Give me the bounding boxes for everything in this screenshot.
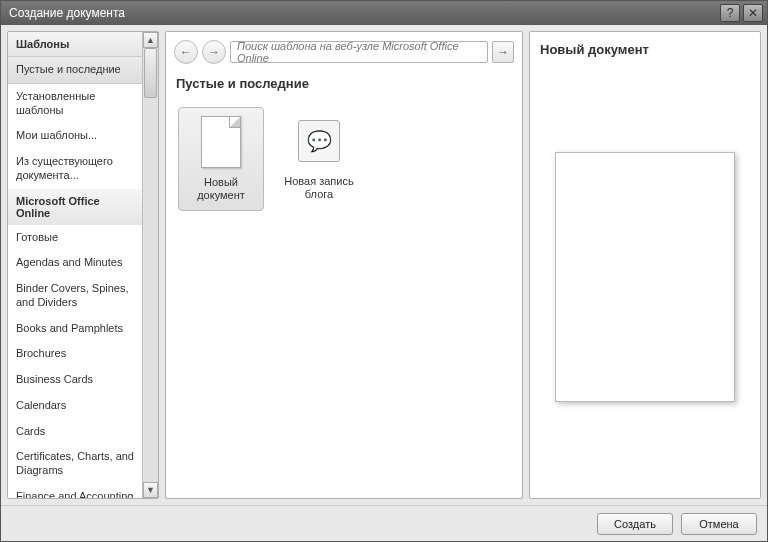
scroll-up-icon[interactable]: ▲ [143, 32, 158, 48]
create-button[interactable]: Создать [597, 513, 673, 535]
arrow-left-icon: ← [180, 45, 192, 59]
dialog-body: Шаблоны Пустые и последние Установленные… [1, 25, 767, 505]
sidebar-item[interactable]: Calendars [8, 393, 142, 419]
dialog-footer: Создать Отмена [1, 505, 767, 541]
sidebar-item[interactable]: Agendas and Minutes [8, 250, 142, 276]
template-item-label: Новая запись блога [280, 175, 358, 201]
scroll-thumb[interactable] [144, 48, 157, 98]
window-title: Создание документа [5, 6, 717, 20]
nav-forward-button[interactable]: → [202, 40, 226, 64]
toolbar: ← → Поиск шаблона на веб-узле Microsoft … [174, 40, 514, 64]
nav-back-button[interactable]: ← [174, 40, 198, 64]
sidebar-item[interactable]: Cards [8, 419, 142, 445]
search-input[interactable]: Поиск шаблона на веб-узле Microsoft Offi… [230, 41, 488, 63]
sidebar-item-from-existing[interactable]: Из существующего документа... [8, 149, 142, 189]
preview-title: Новый документ [540, 42, 750, 57]
section-title: Пустые и последние [174, 72, 514, 95]
sidebar-item[interactable]: Books and Pamphlets [8, 316, 142, 342]
cancel-button[interactable]: Отмена [681, 513, 757, 535]
template-items: Новый документ 💬 Новая запись блога [174, 103, 514, 215]
sidebar-item-installed-templates[interactable]: Установленные шаблоны [8, 84, 142, 124]
preview-page-icon [555, 152, 735, 402]
template-item-new-document[interactable]: Новый документ [178, 107, 264, 211]
preview-panel: Новый документ [529, 31, 761, 499]
sidebar-item[interactable]: Готовые [8, 225, 142, 251]
arrow-right-icon: → [497, 45, 509, 59]
sidebar-item[interactable]: Binder Covers, Spines, and Dividers [8, 276, 142, 316]
main-panel: ← → Поиск шаблона на веб-узле Microsoft … [165, 31, 523, 499]
search-go-button[interactable]: → [492, 41, 514, 63]
sidebar-item-my-templates[interactable]: Мои шаблоны... [8, 123, 142, 149]
help-button[interactable]: ? [720, 4, 740, 22]
template-item-label: Новый документ [183, 176, 259, 202]
sidebar-scrollbar[interactable]: ▲ ▼ [142, 32, 158, 498]
close-button[interactable]: ✕ [743, 4, 763, 22]
sidebar: Шаблоны Пустые и последние Установленные… [7, 31, 159, 499]
sidebar-item[interactable]: Finance and Accounting [8, 484, 142, 498]
document-icon [197, 114, 245, 170]
sidebar-item[interactable]: Business Cards [8, 367, 142, 393]
sidebar-item[interactable]: Certificates, Charts, and Diagrams [8, 444, 142, 484]
category-header-office-online: Microsoft Office Online [8, 189, 142, 225]
sidebar-item[interactable]: Brochures [8, 341, 142, 367]
arrow-right-icon: → [208, 45, 220, 59]
preview-area [540, 65, 750, 488]
titlebar: Создание документа ? ✕ [1, 1, 767, 25]
category-header-templates: Шаблоны [8, 32, 142, 56]
dialog-window: Создание документа ? ✕ Шаблоны Пустые и … [0, 0, 768, 542]
blog-icon: 💬 [295, 113, 343, 169]
category-list: Шаблоны Пустые и последние Установленные… [8, 32, 142, 498]
sidebar-item-blank-recent[interactable]: Пустые и последние [8, 56, 142, 84]
scroll-down-icon[interactable]: ▼ [143, 482, 158, 498]
template-item-new-blog-post[interactable]: 💬 Новая запись блога [276, 107, 362, 211]
